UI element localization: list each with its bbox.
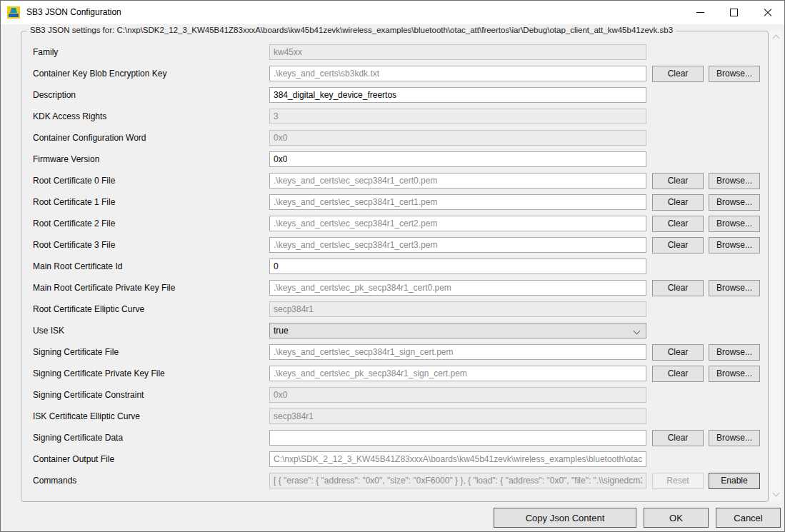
main-root-certificate-id-input[interactable]: 0 bbox=[269, 259, 646, 274]
firmware-version-input[interactable]: 0x0 bbox=[269, 151, 646, 167]
field-row-root-certificate-1-file: Root Certificate 1 File.\keys_and_certs\… bbox=[33, 191, 762, 213]
root-certificate-2-file-browse-button[interactable]: Browse... bbox=[709, 216, 760, 232]
field-row-signing-certificate-file: Signing Certificate File.\keys_and_certs… bbox=[33, 341, 762, 363]
family-input: kw45xx bbox=[269, 44, 646, 60]
container-configuration-word-value: 0x0 bbox=[274, 133, 287, 143]
root-certificate-0-file-value: .\keys_and_certs\ec_secp384r1_cert0.pem bbox=[274, 176, 437, 186]
signing-certificate-private-key-file-clear-button[interactable]: Clear bbox=[652, 366, 704, 382]
root-certificate-0-file-input[interactable]: .\keys_and_certs\ec_secp384r1_cert0.pem bbox=[269, 173, 646, 189]
root-certificate-0-file-label: Root Certificate 0 File bbox=[33, 176, 269, 186]
kdk-access-rights-label: KDK Access Rights bbox=[33, 111, 269, 121]
commands-input: [ { "erase": { "address": "0x0", "size":… bbox=[269, 473, 646, 488]
field-row-firmware-version: Firmware Version0x0 bbox=[33, 149, 762, 170]
field-row-root-certificate-0-file: Root Certificate 0 File.\keys_and_certs\… bbox=[33, 170, 762, 191]
scrollbar-down-icon[interactable] bbox=[773, 490, 780, 497]
main-root-certificate-private-key-file-clear-button[interactable]: Clear bbox=[652, 280, 704, 296]
signing-certificate-file-browse-button[interactable]: Browse... bbox=[709, 344, 760, 361]
root-certificate-2-file-input[interactable]: .\keys_and_certs\ec_secp384r1_cert2.pem bbox=[269, 216, 646, 231]
window-title: SB3 JSON Configuration bbox=[26, 7, 121, 17]
root-certificate-0-file-browse-button[interactable]: Browse... bbox=[709, 173, 760, 189]
isk-certificate-elliptic-curve-value: secp384r1 bbox=[274, 411, 314, 421]
chevron-down-icon bbox=[634, 328, 641, 335]
field-row-root-certificate-2-file: Root Certificate 2 File.\keys_and_certs\… bbox=[33, 213, 762, 234]
use-isk-dropdown[interactable]: true bbox=[269, 323, 646, 338]
root-certificate-1-file-value: .\keys_and_certs\ec_secp384r1_cert1.pem bbox=[274, 197, 437, 207]
container-key-blob-encryption-key-clear-button[interactable]: Clear bbox=[652, 66, 704, 82]
ok-button[interactable]: OK bbox=[644, 508, 709, 528]
commands-enable-button[interactable]: Enable bbox=[709, 473, 760, 489]
description-label: Description bbox=[33, 90, 269, 100]
signing-certificate-constraint-value: 0x0 bbox=[274, 390, 287, 400]
field-row-description: Description384_digital_key_device_freert… bbox=[33, 84, 762, 106]
app-icon bbox=[7, 6, 20, 19]
commands-reset-button: Reset bbox=[652, 473, 704, 489]
field-row-main-root-certificate-private-key-file: Main Root Certificate Private Key File.\… bbox=[33, 277, 762, 298]
root-certificate-1-file-input[interactable]: .\keys_and_certs\ec_secp384r1_cert1.pem bbox=[269, 194, 646, 210]
root-certificate-3-file-input[interactable]: .\keys_and_certs\ec_secp384r1_cert3.pem bbox=[269, 237, 646, 253]
field-row-family: Familykw45xx bbox=[33, 41, 762, 63]
sb3-settings-groupbox: SB3 JSON settings for: C:\nxp\SDK2_12_3_… bbox=[21, 31, 769, 502]
root-certificate-0-file-clear-button[interactable]: Clear bbox=[652, 173, 704, 189]
root-certificate-3-file-value: .\keys_and_certs\ec_secp384r1_cert3.pem bbox=[274, 240, 437, 250]
field-row-signing-certificate-private-key-file: Signing Certificate Private Key File.\ke… bbox=[33, 363, 762, 384]
description-input[interactable]: 384_digital_key_device_freertos bbox=[269, 87, 646, 103]
close-button[interactable] bbox=[751, 1, 784, 24]
signing-certificate-data-clear-button[interactable]: Clear bbox=[652, 430, 704, 446]
copy-json-content-button[interactable]: Copy Json Content bbox=[494, 508, 636, 528]
signing-certificate-file-clear-button[interactable]: Clear bbox=[652, 344, 704, 361]
field-row-container-key-blob-encryption-key: Container Key Blob Encryption Key.\keys_… bbox=[33, 63, 762, 84]
vertical-scrollbar[interactable] bbox=[770, 29, 782, 502]
root-certificate-3-file-browse-button[interactable]: Browse... bbox=[709, 237, 760, 254]
root-certificate-2-file-clear-button[interactable]: Clear bbox=[652, 216, 704, 232]
main-root-certificate-id-value: 0 bbox=[274, 261, 279, 271]
root-certificate-3-file-clear-button[interactable]: Clear bbox=[652, 237, 704, 254]
signing-certificate-data-browse-button[interactable]: Browse... bbox=[709, 430, 760, 446]
container-output-file-input[interactable]: C:\nxp\SDK_2_12_3_KW45B41Z83xxxA\boards\… bbox=[269, 451, 646, 467]
app-icon-chip-top bbox=[10, 8, 17, 13]
main-root-certificate-private-key-file-value: .\keys_and_certs\ec_pk_secp384r1_cert0.p… bbox=[274, 283, 451, 293]
field-row-isk-certificate-elliptic-curve: ISK Certificate Elliptic Curvesecp384r1 bbox=[33, 406, 762, 427]
container-configuration-word-label: Container Configuration Word bbox=[33, 133, 269, 143]
sb3-json-configuration-dialog: SB3 JSON Configuration SB3 JSON settings… bbox=[0, 0, 785, 532]
root-certificate-1-file-clear-button[interactable]: Clear bbox=[652, 194, 704, 211]
field-row-signing-certificate-data: Signing Certificate DataClearBrowse... bbox=[33, 427, 762, 448]
field-row-kdk-access-rights: KDK Access Rights3 bbox=[33, 106, 762, 127]
container-key-blob-encryption-key-input[interactable]: .\keys_and_certs\sb3kdk.txt bbox=[269, 66, 646, 81]
family-label: Family bbox=[33, 47, 269, 57]
container-output-file-value: C:\nxp\SDK_2_12_3_KW45B41Z83xxxA\boards\… bbox=[274, 454, 642, 464]
app-icon-chip-bottom bbox=[9, 14, 19, 17]
scrollbar-up-icon[interactable] bbox=[773, 35, 780, 42]
root-certificate-1-file-browse-button[interactable]: Browse... bbox=[709, 194, 760, 211]
minimize-button[interactable] bbox=[684, 1, 717, 24]
window-controls bbox=[684, 1, 784, 24]
signing-certificate-private-key-file-browse-button[interactable]: Browse... bbox=[709, 366, 760, 382]
signing-certificate-data-label: Signing Certificate Data bbox=[33, 433, 269, 443]
cancel-button[interactable]: Cancel bbox=[716, 508, 781, 528]
signing-certificate-file-value: .\keys_and_certs\ec_secp384r1_sign_cert.… bbox=[274, 347, 453, 357]
field-row-root-certificate-3-file: Root Certificate 3 File.\keys_and_certs\… bbox=[33, 234, 762, 256]
signing-certificate-data-input[interactable] bbox=[269, 430, 646, 446]
field-row-commands: Commands[ { "erase": { "address": "0x0",… bbox=[33, 470, 762, 491]
field-row-main-root-certificate-id: Main Root Certificate Id0 bbox=[33, 256, 762, 277]
signing-certificate-private-key-file-input[interactable]: .\keys_and_certs\ec_pk_secp384r1_sign_ce… bbox=[269, 366, 646, 381]
root-certificate-2-file-value: .\keys_and_certs\ec_secp384r1_cert2.pem bbox=[274, 219, 437, 229]
maximize-button[interactable] bbox=[717, 1, 751, 24]
field-row-root-certificate-elliptic-curve: Root Certificate Elliptic Curvesecp384r1 bbox=[33, 298, 762, 320]
main-root-certificate-private-key-file-browse-button[interactable]: Browse... bbox=[709, 280, 760, 296]
groupbox-legend: SB3 JSON settings for: C:\nxp\SDK2_12_3_… bbox=[27, 26, 676, 34]
settings-form: Familykw45xxContainer Key Blob Encryptio… bbox=[33, 41, 762, 491]
kdk-access-rights-value: 3 bbox=[274, 111, 279, 121]
main-root-certificate-id-label: Main Root Certificate Id bbox=[33, 261, 269, 271]
signing-certificate-file-label: Signing Certificate File bbox=[33, 347, 269, 357]
signing-certificate-file-input[interactable]: .\keys_and_certs\ec_secp384r1_sign_cert.… bbox=[269, 344, 646, 360]
title-bar: SB3 JSON Configuration bbox=[1, 1, 784, 24]
close-icon bbox=[764, 9, 772, 17]
signing-certificate-constraint-input: 0x0 bbox=[269, 387, 646, 403]
main-root-certificate-private-key-file-input[interactable]: .\keys_and_certs\ec_pk_secp384r1_cert0.p… bbox=[269, 280, 646, 296]
container-key-blob-encryption-key-label: Container Key Blob Encryption Key bbox=[33, 69, 269, 79]
root-certificate-elliptic-curve-value: secp384r1 bbox=[274, 304, 314, 314]
root-certificate-1-file-label: Root Certificate 1 File bbox=[33, 197, 269, 207]
root-certificate-3-file-label: Root Certificate 3 File bbox=[33, 240, 269, 250]
commands-label: Commands bbox=[33, 476, 269, 486]
container-key-blob-encryption-key-browse-button[interactable]: Browse... bbox=[709, 66, 760, 82]
